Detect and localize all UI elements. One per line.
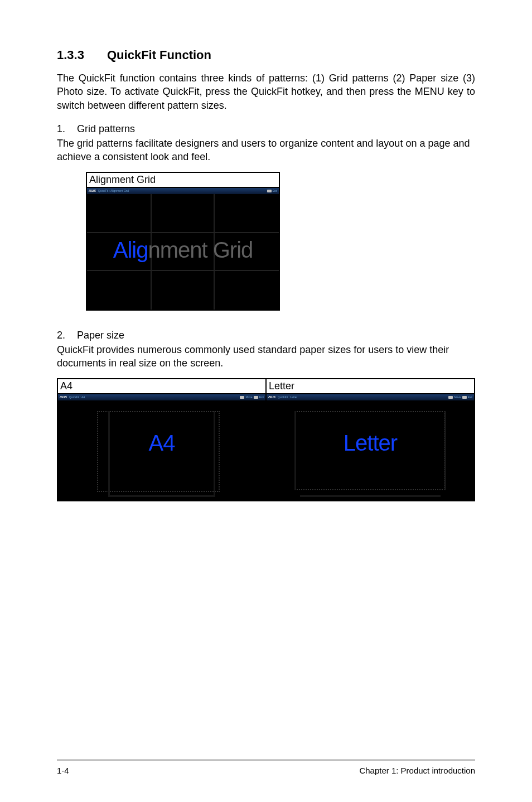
asus-logo: /SUS [268,395,275,399]
list-title: Paper size [77,330,124,341]
intro-paragraph: The QuickFit function contains three kin… [57,71,475,112]
osd-left: /SUS QuickFit : Letter [268,395,297,399]
osd-right: Move Exit [240,395,264,399]
figure-paper-row: A4 /SUS QuickFit : A4 Move Exit [57,378,475,501]
monitor-screenshot-letter: /SUS QuickFit : Letter Move Exit Letter [267,394,474,500]
grid-area: Alignment Grid [87,194,279,310]
osd-key-icon [240,396,244,399]
section-heading: 1.3.3QuickFit Function [57,48,475,62]
monitor-screenshot-a4: /SUS QuickFit : A4 Move Exit A4 [58,394,265,500]
osd-mode-text: QuickFit : A4 [69,395,85,399]
osd-key-icon [462,396,467,399]
list-number: 1. [57,122,77,136]
page-content: 1.3.3QuickFit Function The QuickFit func… [0,0,532,501]
osd-exit-text: Exit [259,395,264,399]
heading-title: QuickFit Function [107,48,211,62]
figure-frame: Alignment Grid /SUS QuickFit : Alignment… [86,172,280,311]
osd-mode-text: QuickFit : Letter [278,395,297,399]
osd-move-text: Move [245,395,252,399]
osd-right: Exit [267,189,277,192]
osd-key-icon [267,190,272,192]
list-item-2: 2.Paper size [57,328,475,342]
figure-label: Alignment Grid [87,173,279,188]
figure-a4: A4 /SUS QuickFit : A4 Move Exit [57,378,267,501]
list-item-1-text: The grid patterns facilitate designers a… [57,137,475,164]
overlay-text-letter: Letter [344,431,397,456]
osd-left: /SUS QuickFit : Alignment Grid [89,189,129,192]
list-number: 2. [57,328,77,342]
osd-titlebar: /SUS QuickFit : A4 Move Exit [58,394,265,400]
figure-label-letter: Letter [267,379,474,394]
overlay-text-a4: A4 [149,431,175,456]
list-item-2-text: QuickFit provides numerous commonly used… [57,343,475,370]
osd-move-text: Move [454,395,461,399]
footer-rule [57,759,475,761]
osd-titlebar: /SUS QuickFit : Alignment Grid Exit [87,188,279,194]
osd-titlebar: /SUS QuickFit : Letter Move Exit [267,394,474,400]
chapter-title: Chapter 1: Product introduction [359,766,475,775]
monitor-screenshot-alignment: /SUS QuickFit : Alignment Grid Exit Alig… [87,188,279,310]
list-title: Grid patterns [77,123,135,134]
osd-right: Move Exit [448,395,472,399]
osd-key-icon [254,396,258,399]
osd-mode-text: QuickFit : Alignment Grid [98,189,129,192]
page-number: 1-4 [57,766,69,775]
osd-exit-text: Exit [273,189,277,192]
osd-key-icon [448,396,453,399]
figure-letter: Letter /SUS QuickFit : Letter Move Exit [265,378,475,501]
osd-left: /SUS QuickFit : A4 [60,395,85,399]
figure-alignment-grid: Alignment Grid /SUS QuickFit : Alignment… [86,172,475,311]
asus-logo: /SUS [60,395,67,399]
page-footer: 1-4 Chapter 1: Product introduction [57,766,475,775]
figure-label-a4: A4 [58,379,265,394]
overlay-text-alignment: Alignment Grid [113,238,253,263]
heading-number: 1.3.3 [57,48,107,62]
asus-logo: /SUS [89,189,96,192]
osd-exit-text: Exit [468,395,472,399]
list-item-1: 1.Grid patterns [57,122,475,136]
